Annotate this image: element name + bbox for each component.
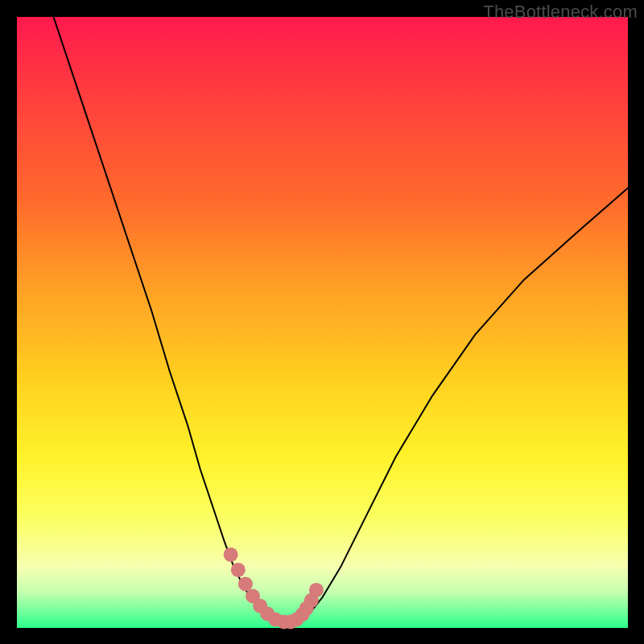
salmon-marker-group (224, 547, 324, 630)
right-curve (298, 188, 628, 623)
chart-curves-layer (17, 17, 628, 628)
watermark-text: TheBottleneck.com (483, 2, 638, 23)
salmon-marker (309, 583, 324, 597)
curve-left (54, 17, 274, 623)
left-curve (54, 17, 274, 623)
salmon-marker (238, 576, 253, 591)
salmon-marker (231, 563, 246, 577)
curve-right (298, 188, 628, 623)
chart-frame: TheBottleneck.com (0, 0, 644, 644)
salmon-marker (224, 547, 238, 562)
